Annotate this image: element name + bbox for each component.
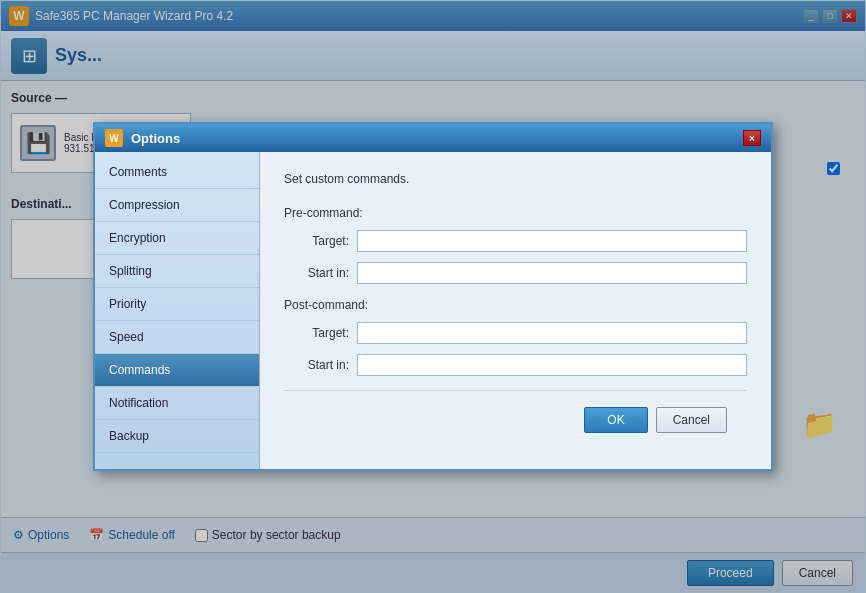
- dialog-body: Comments Compression Encryption Splittin…: [95, 152, 771, 469]
- dialog-title: Options: [131, 131, 180, 146]
- pre-startin-input[interactable]: [357, 262, 747, 284]
- nav-priority-label: Priority: [109, 297, 146, 311]
- nav-item-comments[interactable]: Comments: [95, 156, 259, 189]
- pre-target-row: Target:: [284, 230, 747, 252]
- nav-item-priority[interactable]: Priority: [95, 288, 259, 321]
- dialog-content: Set custom commands. Pre-command: Target…: [260, 152, 771, 469]
- post-startin-row: Start in:: [284, 354, 747, 376]
- nav-item-compression[interactable]: Compression: [95, 189, 259, 222]
- pre-command-label: Pre-command:: [284, 206, 747, 220]
- post-target-label: Target:: [284, 326, 349, 340]
- nav-speed-label: Speed: [109, 330, 144, 344]
- dialog-title-bar: W Options ×: [95, 124, 771, 152]
- dialog-app-icon: W: [105, 129, 123, 147]
- pre-startin-row: Start in:: [284, 262, 747, 284]
- post-target-input[interactable]: [357, 322, 747, 344]
- nav-splitting-label: Splitting: [109, 264, 152, 278]
- post-startin-label: Start in:: [284, 358, 349, 372]
- dialog-title-left: W Options: [105, 129, 180, 147]
- nav-item-backup[interactable]: Backup: [95, 420, 259, 453]
- dialog-sidebar: Comments Compression Encryption Splittin…: [95, 152, 260, 469]
- post-startin-input[interactable]: [357, 354, 747, 376]
- ok-button[interactable]: OK: [584, 407, 647, 433]
- description-text: Set custom commands.: [284, 172, 747, 186]
- main-window: W Safe365 PC Manager Wizard Pro 4.2 _ □ …: [0, 0, 866, 593]
- nav-item-speed[interactable]: Speed: [95, 321, 259, 354]
- pre-target-input[interactable]: [357, 230, 747, 252]
- post-command-section: Post-command: Target: Start in:: [284, 298, 747, 376]
- nav-encryption-label: Encryption: [109, 231, 166, 245]
- pre-target-label: Target:: [284, 234, 349, 248]
- nav-compression-label: Compression: [109, 198, 180, 212]
- nav-item-splitting[interactable]: Splitting: [95, 255, 259, 288]
- post-command-label: Post-command:: [284, 298, 747, 312]
- nav-item-commands[interactable]: Commands: [95, 354, 259, 387]
- pre-startin-label: Start in:: [284, 266, 349, 280]
- nav-backup-label: Backup: [109, 429, 149, 443]
- nav-item-encryption[interactable]: Encryption: [95, 222, 259, 255]
- nav-commands-label: Commands: [109, 363, 170, 377]
- dialog-cancel-button[interactable]: Cancel: [656, 407, 727, 433]
- dialog-close-button[interactable]: ×: [743, 130, 761, 146]
- dialog-footer: OK Cancel: [284, 390, 747, 449]
- nav-notification-label: Notification: [109, 396, 168, 410]
- nav-comments-label: Comments: [109, 165, 167, 179]
- modal-overlay: W Options × Comments Compression Encrypt…: [1, 1, 865, 592]
- options-dialog: W Options × Comments Compression Encrypt…: [93, 122, 773, 471]
- nav-item-notification[interactable]: Notification: [95, 387, 259, 420]
- post-target-row: Target:: [284, 322, 747, 344]
- pre-command-section: Pre-command: Target: Start in:: [284, 206, 747, 284]
